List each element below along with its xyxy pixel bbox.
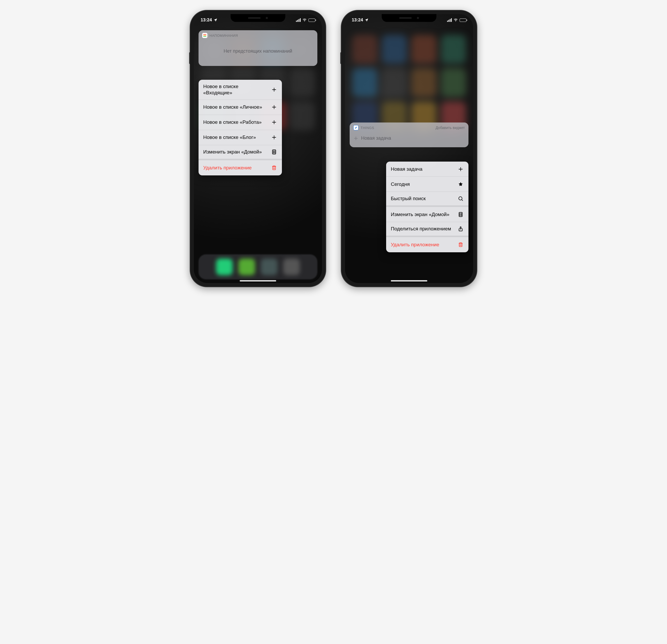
menu-item[interactable]: Новое в списке «Личное» [198,100,282,115]
home-indicator[interactable] [240,280,276,281]
menu-item-label: Сегодня [391,181,454,188]
star-icon [457,181,464,187]
menu-item[interactable]: Изменить экран «Домой» [198,145,282,160]
location-icon [213,18,217,22]
battery-icon [460,18,466,22]
things-app-icon [353,125,359,130]
menu-item[interactable]: Удалить приложение [198,160,282,175]
search-icon [457,196,464,202]
notch [382,14,436,22]
menu-item-label: Новое в списке «Блог» [203,134,267,141]
widget-empty-text: Нет предстоящих напоминаний [198,39,318,66]
menu-item[interactable]: Сегодня [386,177,469,192]
apps-icon [457,212,464,218]
plus-icon [271,134,277,140]
menu-item-label: Изменить экран «Домой» [391,211,454,218]
notch [231,14,285,22]
plus-icon [271,87,277,93]
menu-item[interactable]: Новое в списке «Работа» [198,115,282,130]
share-icon [457,226,464,232]
plus-icon [457,166,464,172]
plus-icon [271,119,277,125]
widget-header: НАПОМИНАНИЯ [198,30,318,39]
cellular-icon [447,18,452,22]
menu-item[interactable]: Быстрый поиск [386,192,469,207]
status-time: 13:24 [352,17,363,23]
screen-right: 13:24 THINGS Добавить виджет Новая [345,14,473,283]
plus-icon [271,104,277,110]
menu-item[interactable]: Удалить приложение [386,237,469,252]
menu-item[interactable]: Новое в списке «Блог» [198,130,282,145]
phone-right: 13:24 THINGS Добавить виджет Новая [341,11,477,287]
reminders-widget[interactable]: НАПОМИНАНИЯ Нет предстоящих напоминаний [198,30,318,66]
wifi-icon [302,18,307,22]
apps-icon [271,149,277,155]
menu-item-label: Удалить приложение [391,242,454,248]
menu-item-label: Новая задача [391,166,454,172]
add-widget-button[interactable]: Добавить виджет [436,126,465,130]
menu-item-label: Изменить экран «Домой» [203,149,267,155]
trash-icon [271,165,277,171]
menu-item[interactable]: Новое в списке «Входящие» [198,80,282,100]
menu-item-label: Быстрый поиск [391,195,454,202]
trash-icon [457,242,464,247]
menu-item[interactable]: Изменить экран «Домой» [386,207,469,222]
widget-header: THINGS Добавить виджет [349,123,469,132]
menu-item-label: Поделиться приложением [391,226,454,232]
context-menu-reminders: Новое в списке «Входящие»Новое в списке … [198,80,282,175]
reminders-app-icon [202,33,207,38]
dock [198,254,318,279]
menu-item-label: Новое в списке «Работа» [203,119,267,125]
menu-item-label: Новое в списке «Входящие» [203,83,267,96]
menu-item-label: Новое в списке «Личное» [203,104,267,110]
phone-left: 13:24 НАПОМИНАНИЯ Нет предстоящих напоми… [190,11,326,287]
widget-app-name: НАПОМИНАНИЯ [210,34,238,37]
new-task-label: Новая задача [361,135,391,141]
menu-item[interactable]: Новая задача [386,162,469,177]
wifi-icon [453,18,458,22]
screen-left: 13:24 НАПОМИНАНИЯ Нет предстоящих напоми… [194,14,322,283]
cellular-icon [296,18,301,22]
home-indicator[interactable] [391,280,427,281]
status-time: 13:24 [201,17,212,23]
plus-icon [353,136,359,141]
menu-item-label: Удалить приложение [203,165,267,171]
things-widget[interactable]: THINGS Добавить виджет Новая задача [349,123,469,147]
new-task-row[interactable]: Новая задача [349,132,469,147]
context-menu-things: Новая задачаСегодняБыстрый поискИзменить… [386,162,469,252]
widget-app-name: THINGS [361,126,374,130]
check-icon [354,126,357,129]
menu-item[interactable]: Поделиться приложением [386,222,469,237]
battery-icon [308,18,315,22]
location-icon [364,18,369,22]
